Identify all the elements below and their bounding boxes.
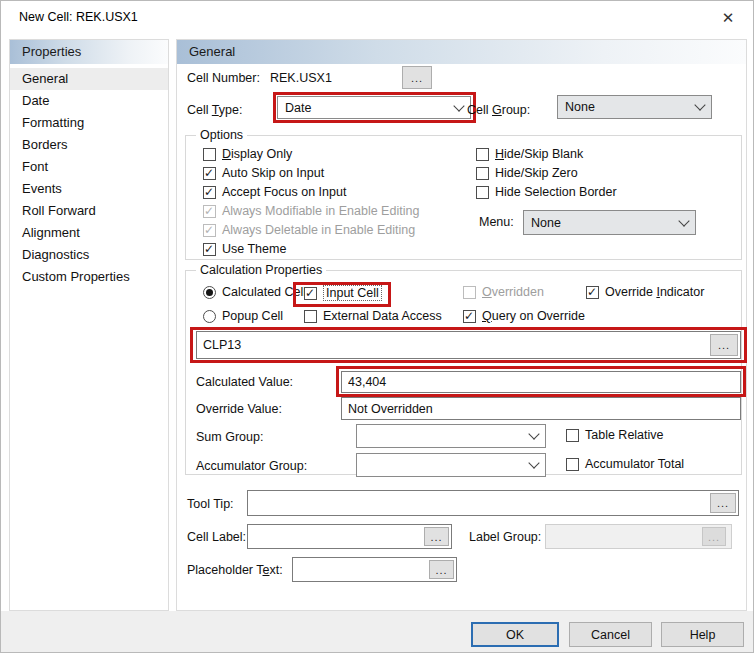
- help-button[interactable]: Help: [661, 622, 744, 647]
- menu-dropdown[interactable]: None: [523, 210, 696, 235]
- menu-value: None: [531, 216, 561, 230]
- checkbox-overridden: Overridden: [463, 285, 544, 299]
- checkbox-icon: [203, 224, 216, 237]
- checkbox-query-on-override[interactable]: Query on Override: [463, 309, 585, 323]
- cell-number-value: REK.USX1: [270, 71, 332, 85]
- options-group: Options Display Only Auto Skip on Input …: [185, 135, 742, 260]
- checkbox-icon: [304, 287, 317, 300]
- accumulator-group-label: Accumulator Group:: [196, 459, 307, 473]
- cell-group-label: Cell Group:: [467, 103, 530, 117]
- cancel-button[interactable]: Cancel: [569, 622, 652, 647]
- ellipsis-icon: ...: [718, 339, 730, 351]
- ellipsis-icon: ...: [708, 531, 720, 543]
- chevron-down-icon: [678, 215, 689, 226]
- calculated-value-label: Calculated Value:: [196, 375, 293, 389]
- menu-label: Menu:: [479, 215, 514, 229]
- properties-panel: Properties General Date Formatting Borde…: [9, 39, 169, 611]
- ellipsis-icon: ...: [435, 564, 447, 576]
- accumulator-group-dropdown[interactable]: [356, 453, 546, 477]
- ellipsis-icon: ...: [430, 531, 442, 543]
- checkbox-icon: [203, 243, 216, 256]
- sidebar-item-roll-forward[interactable]: Roll Forward: [10, 200, 168, 222]
- radio-icon: [203, 310, 216, 323]
- sidebar-item-font[interactable]: Font: [10, 156, 168, 178]
- radio-popup-cell[interactable]: Popup Cell: [203, 309, 283, 323]
- sidebar-item-general[interactable]: General: [10, 68, 168, 90]
- checkbox-table-relative[interactable]: Table Relative: [566, 428, 664, 442]
- formula-input[interactable]: [196, 331, 741, 359]
- checkbox-always-deletable: Always Deletable in Enable Editing: [203, 223, 415, 237]
- checkbox-icon: [304, 310, 317, 323]
- chevron-down-icon: [453, 100, 464, 111]
- cell-type-value: Date: [285, 101, 311, 115]
- cell-number-browse-button[interactable]: ...: [402, 66, 432, 89]
- calculated-value-input[interactable]: [341, 371, 741, 393]
- chevron-down-icon: [528, 428, 539, 439]
- close-icon: ✕: [722, 9, 735, 27]
- sidebar-item-events[interactable]: Events: [10, 178, 168, 200]
- checkbox-external-data-access[interactable]: External Data Access: [304, 309, 442, 323]
- ok-button[interactable]: OK: [471, 622, 559, 647]
- sidebar-item-borders[interactable]: Borders: [10, 134, 168, 156]
- ellipsis-icon: ...: [411, 72, 423, 84]
- checkbox-icon: [586, 286, 599, 299]
- checkbox-icon: [203, 186, 216, 199]
- checkbox-hide-skip-zero[interactable]: Hide/Skip Zero: [476, 166, 578, 180]
- checkbox-hide-selection-border[interactable]: Hide Selection Border: [476, 185, 617, 199]
- checkbox-icon: [463, 286, 476, 299]
- sidebar-item-custom-properties[interactable]: Custom Properties: [10, 266, 168, 288]
- sidebar-item-formatting[interactable]: Formatting: [10, 112, 168, 134]
- tool-tip-input[interactable]: [247, 490, 739, 516]
- cell-group-value: None: [565, 100, 595, 114]
- chevron-down-icon: [528, 457, 539, 468]
- label-group-label: Label Group:: [469, 530, 541, 544]
- checkbox-icon: [476, 167, 489, 180]
- radio-calculated-cell[interactable]: Calculated Cell: [203, 285, 306, 299]
- checkbox-display-only[interactable]: Display Only: [203, 147, 292, 161]
- checkbox-hide-skip-blank[interactable]: Hide/Skip Blank: [476, 147, 583, 161]
- cell-label-input[interactable]: [247, 524, 452, 549]
- properties-panel-header: Properties: [10, 40, 168, 64]
- placeholder-text-browse-button[interactable]: ...: [429, 560, 454, 579]
- sidebar-item-diagnostics[interactable]: Diagnostics: [10, 244, 168, 266]
- formula-browse-button[interactable]: ...: [710, 334, 738, 356]
- sum-group-label: Sum Group:: [196, 430, 263, 444]
- cell-type-label: Cell Type:: [187, 103, 242, 117]
- override-value-label: Override Value:: [196, 402, 282, 416]
- cell-group-dropdown[interactable]: None: [557, 95, 712, 119]
- label-group-browse-button: ...: [702, 527, 726, 546]
- checkbox-override-indicator[interactable]: Override Indicator: [586, 285, 704, 299]
- cell-type-dropdown[interactable]: Date: [277, 96, 471, 119]
- chevron-down-icon: [694, 99, 705, 110]
- checkbox-icon: [566, 429, 579, 442]
- calculation-properties-group: Calculation Properties Calculated Cell I…: [185, 270, 742, 475]
- checkbox-icon: [203, 148, 216, 161]
- radio-icon: [203, 286, 216, 299]
- ellipsis-icon: ...: [717, 497, 729, 509]
- sidebar-item-alignment[interactable]: Alignment: [10, 222, 168, 244]
- sidebar-item-date[interactable]: Date: [10, 90, 168, 112]
- placeholder-text-label: Placeholder Text:: [187, 563, 283, 577]
- properties-nav: General Date Formatting Borders Font Eve…: [10, 68, 168, 288]
- window-title: New Cell: REK.USX1: [19, 10, 138, 24]
- checkbox-icon: [566, 458, 579, 471]
- cell-label-label: Cell Label:: [187, 530, 246, 544]
- checkbox-use-theme[interactable]: Use Theme: [203, 242, 286, 256]
- checkbox-accumulator-total[interactable]: Accumulator Total: [566, 457, 684, 471]
- checkbox-always-modifiable: Always Modifiable in Enable Editing: [203, 204, 419, 218]
- checkbox-accept-focus-on-input[interactable]: Accept Focus on Input: [203, 185, 346, 199]
- cell-label-browse-button[interactable]: ...: [424, 527, 449, 546]
- checkbox-auto-skip-on-input[interactable]: Auto Skip on Input: [203, 166, 324, 180]
- close-button[interactable]: ✕: [715, 6, 741, 30]
- sum-group-dropdown[interactable]: [356, 424, 546, 448]
- checkbox-icon: [203, 205, 216, 218]
- checkbox-icon: [463, 310, 476, 323]
- checkbox-input-cell[interactable]: Input Cell: [304, 285, 382, 301]
- checkbox-icon: [476, 186, 489, 199]
- override-value-input[interactable]: [341, 397, 741, 420]
- tool-tip-browse-button[interactable]: ...: [710, 493, 736, 513]
- general-panel: General Cell Number: REK.USX1 ... Cell T…: [176, 39, 747, 611]
- cell-number-label: Cell Number:: [187, 71, 260, 85]
- options-group-title: Options: [196, 128, 247, 142]
- checkbox-icon: [203, 167, 216, 180]
